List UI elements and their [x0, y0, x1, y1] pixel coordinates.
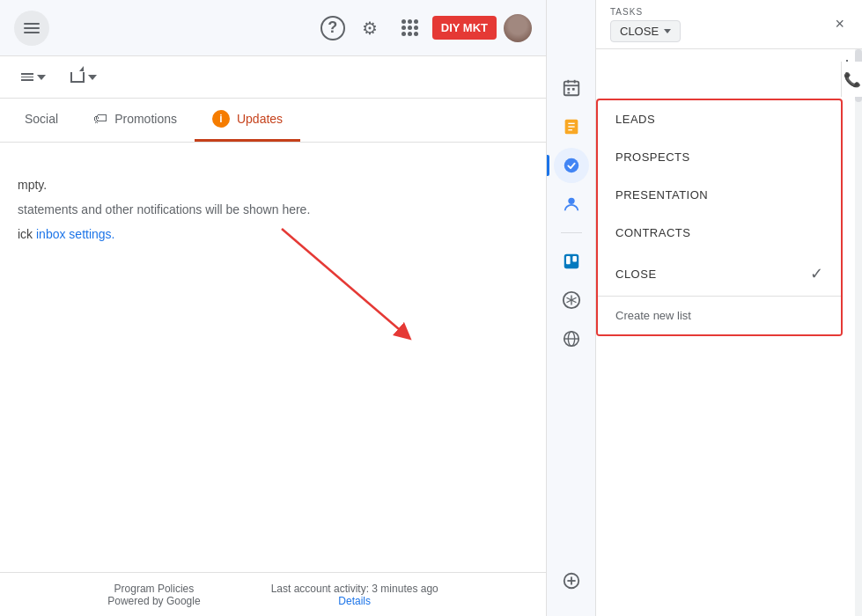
tasks-label: TASKS [610, 7, 681, 17]
tasks-header-left: TASKS CLOSE [610, 7, 681, 42]
svg-point-12 [564, 158, 578, 173]
top-bar-left [14, 11, 49, 46]
phone-icon[interactable]: 📞 [842, 62, 863, 97]
footer-left: Program Policies Powered by Google [107, 583, 200, 607]
tasks-dropdown-menu: LEADS PROSPECTS PRESENTATION CONTRACTS C… [596, 99, 843, 336]
settings-icon[interactable]: ⚙ [352, 11, 387, 46]
sidebar-item-contacts[interactable] [554, 187, 589, 222]
select-chevron-icon [37, 75, 46, 80]
avatar[interactable] [504, 14, 532, 42]
toolbar-row [0, 56, 546, 99]
svg-point-13 [568, 198, 574, 204]
updates-badge-icon: i [212, 110, 230, 128]
promotions-tag-icon: 🏷 [93, 111, 107, 127]
svg-rect-15 [566, 256, 571, 264]
active-bar-indicator [547, 155, 549, 176]
presentation-label: PRESENTATION [615, 188, 708, 202]
tab-social[interactable]: Social [7, 99, 76, 142]
powered-by-google-text: Powered by Google [107, 595, 200, 607]
tasks-close-chevron-icon [664, 29, 671, 33]
tasks-content: ⋮ LEADS PROSPECTS PRESENTATION CONTRACTS… [596, 49, 862, 616]
prospects-label: PROSPECTS [615, 150, 690, 164]
sidebar-item-tasks[interactable] [554, 148, 589, 183]
tasks-header: TASKS CLOSE × [596, 0, 862, 49]
contracts-label: CONTRACTS [615, 226, 690, 239]
sidebar-divider [561, 232, 582, 233]
dropdown-item-leads[interactable]: LEADS [598, 100, 841, 138]
tab-promotions[interactable]: 🏷 Promotions [76, 99, 195, 142]
right-edge-panel: 📞 [841, 62, 862, 97]
top-bar-icons: ? ⚙ DIY MKT [320, 11, 532, 46]
details-link[interactable]: Details [338, 595, 371, 607]
selected-checkmark-icon: ✓ [810, 264, 824, 283]
sidebar-item-trello[interactable] [554, 244, 589, 279]
tab-updates-label: Updates [237, 112, 283, 126]
tasks-close-dropdown-btn[interactable]: CLOSE [610, 20, 681, 42]
dropdown-item-presentation[interactable]: PRESENTATION [598, 176, 841, 214]
dropdown-item-prospects[interactable]: PROSPECTS [598, 138, 841, 176]
tasks-close-text: CLOSE [620, 25, 659, 38]
last-activity-text: Last account activity: 3 minutes ago [271, 583, 438, 595]
main-area: ? ⚙ DIY MKT [0, 0, 546, 616]
select-all-btn[interactable] [14, 70, 53, 84]
footer-right: Last account activity: 3 minutes ago Det… [271, 583, 438, 607]
content-area: mpty. statements and other notifications… [0, 143, 546, 276]
tasks-panel: TASKS CLOSE × ⋮ LEADS PROSPECTS PRESENTA… [595, 0, 862, 616]
tasks-close-x-button[interactable]: × [831, 11, 848, 37]
svg-rect-1 [564, 82, 578, 96]
add-sidebar-icon[interactable] [554, 563, 589, 598]
svg-rect-5 [567, 88, 570, 91]
sidebar-item-link[interactable] [554, 321, 589, 356]
menu-button[interactable] [14, 11, 49, 46]
svg-rect-6 [571, 88, 574, 91]
close-label: CLOSE [615, 268, 657, 281]
svg-rect-16 [572, 256, 577, 261]
refresh-btn[interactable] [63, 69, 104, 86]
empty-text: mpty. [18, 178, 528, 192]
side-icon-bar [546, 0, 595, 616]
sidebar-item-calendar[interactable] [554, 70, 589, 106]
refresh-chevron-icon [88, 75, 97, 80]
svg-rect-7 [567, 92, 570, 94]
sub-text: statements and other notifications will … [18, 202, 528, 216]
dropdown-item-contracts[interactable]: CONTRACTS [598, 214, 841, 252]
sidebar-item-asterisk[interactable] [554, 282, 589, 318]
sidebar-item-notes[interactable] [554, 109, 589, 144]
diymkt-logo[interactable]: DIY MKT [432, 16, 497, 40]
inbox-settings-link[interactable]: inbox settings. [36, 227, 115, 241]
tab-social-label: Social [25, 112, 58, 126]
top-bar: ? ⚙ DIY MKT [0, 0, 546, 56]
tab-updates[interactable]: i Updates [195, 99, 300, 142]
tabs-row: Social 🏷 Promotions i Updates [0, 99, 546, 143]
link-text: ick inbox settings. [18, 227, 528, 241]
scrollbar-track [855, 49, 862, 616]
footer: Program Policies Powered by Google Last … [0, 572, 546, 616]
program-policies-text: Program Policies [114, 583, 195, 595]
help-icon[interactable]: ? [320, 16, 345, 40]
dropdown-item-close[interactable]: CLOSE ✓ [598, 252, 841, 296]
create-new-list-btn[interactable]: Create new list [598, 297, 841, 334]
leads-label: LEADS [615, 113, 655, 126]
apps-icon[interactable] [394, 12, 425, 43]
tab-promotions-label: Promotions [114, 112, 177, 126]
